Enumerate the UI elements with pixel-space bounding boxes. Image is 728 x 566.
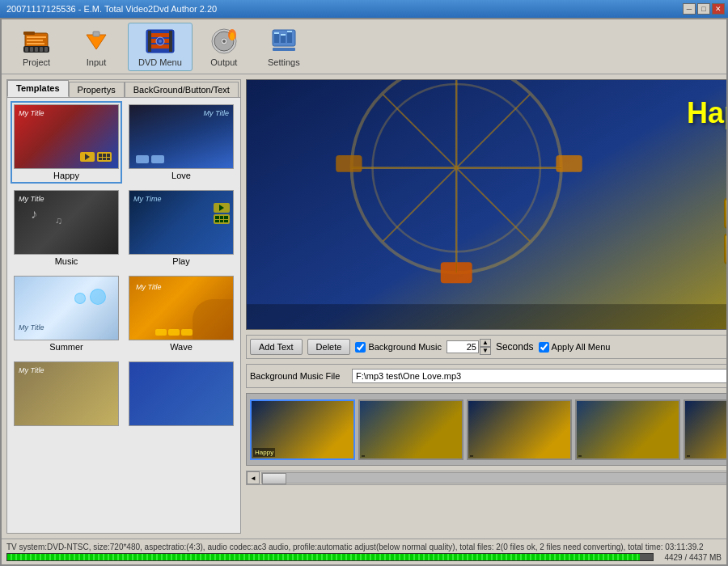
scroll-thumb[interactable] [262,473,286,484]
delete-button[interactable]: Delete [307,339,351,355]
svg-rect-4 [27,43,44,44]
title-bar: 20071117125536 - E.M. Total Video2Dvd Au… [0,0,728,18]
template-music[interactable]: My Title ♪ ♫ Music [11,187,122,269]
maximize-button[interactable]: □ [697,3,710,15]
preview-area: Happy [246,79,726,330]
template-name-wave: Wave [170,342,193,352]
svg-rect-46 [247,304,726,329]
controls-row: Add Text Delete Background Music ▲ ▼ Sec… [246,335,726,359]
tab-properties[interactable]: Propertys [69,82,125,97]
svg-rect-15 [169,31,172,52]
svg-rect-14 [148,31,151,52]
svg-rect-7 [30,47,33,52]
template-grid-wrapper[interactable]: My Title [7,98,240,533]
project-label: Project [23,57,50,67]
spin-buttons[interactable]: ▲ ▼ [480,339,491,355]
spin-down-button[interactable]: ▼ [480,347,491,355]
film-thumb-1[interactable]: Happy [250,399,355,460]
template-extra1[interactable]: My Title [11,358,122,431]
preview-background [247,80,726,329]
svg-point-26 [230,32,235,40]
window-controls[interactable]: ─ □ ✕ [683,3,725,15]
preview-buttons [724,198,726,264]
seconds-input[interactable] [447,340,479,353]
scroll-left-button[interactable]: ◄ [247,471,260,484]
svg-rect-28 [274,33,279,43]
preview-play-button[interactable] [724,198,726,229]
file-row: Background Music File ... [246,364,726,388]
film-thumb-inner-1: Happy [252,401,353,458]
content-area: Templates Propertys BackGround/Button/Te… [2,74,726,539]
scroll-track[interactable] [261,472,726,484]
template-thumb-play: My Time [129,190,234,255]
filmstrip: Happy [246,393,726,466]
template-name-summer: Summer [49,342,83,352]
status-bar: TV system:DVD-NTSC, size:720*480, aspect… [2,539,726,564]
film-label-3 [470,455,473,457]
template-name-happy: Happy [53,171,79,180]
input-icon [82,27,111,56]
tab-background[interactable]: BackGround/Button/Text [125,82,239,97]
toolbar-project[interactable]: Project [8,23,65,70]
file-path-input[interactable] [352,369,726,383]
film-thumb-5[interactable] [684,399,726,460]
template-wave[interactable]: My Title Wave [125,272,237,355]
svg-rect-12 [93,32,99,36]
apply-all-label: Apply All Menu [552,342,611,352]
input-label: Input [87,57,106,67]
seconds-label: Seconds [496,341,534,353]
horizontal-scrollbar[interactable]: ◄ ► [246,471,726,485]
svg-rect-31 [274,32,279,34]
dvd-menu-label: DVD Menu [138,57,182,67]
minimize-button[interactable]: ─ [683,3,696,15]
template-extra2[interactable] [125,358,237,431]
template-happy[interactable]: My Title [11,101,122,184]
svg-rect-2 [27,36,46,38]
film-thumb-inner-4 [577,401,679,458]
close-button[interactable]: ✕ [712,3,725,15]
template-love[interactable]: My Title Love [125,101,237,184]
template-thumb-happy: My Title [14,104,119,169]
toolbar-output[interactable]: Output [196,23,252,70]
bg-music-checkbox-label[interactable]: Background Music [355,342,442,353]
preview-chapters-button[interactable] [724,234,726,264]
svg-rect-6 [25,47,28,52]
toolbar: Project Input [2,19,726,74]
svg-rect-10 [44,47,48,52]
film-thumb-4[interactable] [575,399,680,460]
film-label-4 [578,455,582,457]
svg-rect-29 [281,35,286,43]
template-thumb-love: My Title [129,104,234,169]
svg-rect-1 [23,32,35,35]
template-thumb-music: My Title ♪ ♫ [14,190,119,255]
svg-rect-45 [556,155,582,172]
svg-rect-8 [35,47,38,52]
film-thumb-inner-3 [468,401,570,458]
add-text-button[interactable]: Add Text [250,339,303,355]
svg-rect-34 [273,48,295,51]
toolbar-input[interactable]: Input [68,23,125,70]
progress-label: 4429 / 4437 MB [657,553,722,562]
bg-music-checkbox[interactable] [355,342,366,353]
template-name-love: Love [171,171,191,180]
template-name-play: Play [172,256,189,266]
template-play[interactable]: My Time [125,187,237,269]
spin-up-button[interactable]: ▲ [480,339,491,347]
toolbar-dvd-menu[interactable]: DVD Menu [128,23,193,71]
film-thumb-2[interactable] [358,399,463,460]
seconds-spinner[interactable]: ▲ ▼ [447,339,491,355]
film-thumb-3[interactable] [467,399,572,460]
template-summer[interactable]: My Title Summer [11,272,122,355]
tabs-row: Templates Propertys BackGround/Button/Te… [7,80,240,98]
film-thumb-inner-5 [685,401,726,458]
tab-templates[interactable]: Templates [7,80,69,97]
template-thumb-extra1: My Title [14,361,119,426]
file-row-label: Background Music File [250,371,347,381]
toolbar-settings[interactable]: Settings [256,23,312,70]
preview-title: Happy [687,96,726,130]
film-label-5 [687,455,690,457]
film-label-1: Happy [253,448,275,457]
apply-all-checkbox-label[interactable]: Apply All Menu [539,342,611,353]
progress-row: 4429 / 4437 MB [6,553,722,562]
apply-all-checkbox[interactable] [539,342,549,353]
